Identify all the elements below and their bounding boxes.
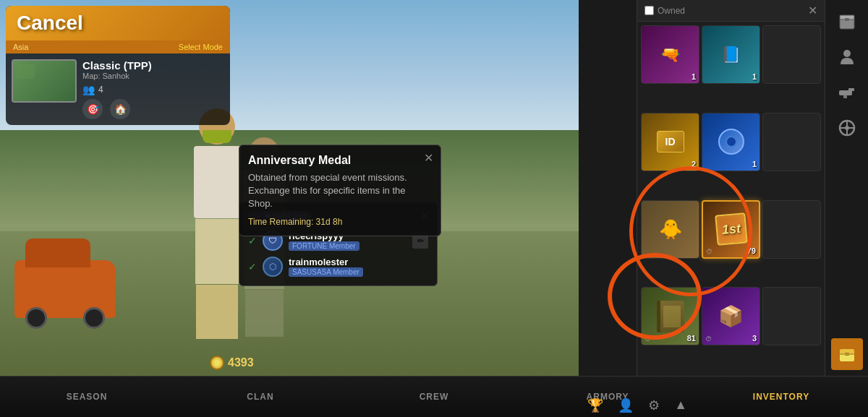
main-character (188, 108, 246, 340)
svg-point-13 (845, 126, 849, 130)
char-torso (194, 146, 241, 218)
owned-checkbox[interactable] (644, 6, 654, 15)
nav-item-inventory[interactable]: INVENTORY (694, 377, 868, 417)
cancel-subheader: Asia Select Mode (6, 40, 230, 53)
1st-text: 1st (721, 220, 741, 237)
inventory-item-blue-chip[interactable]: 1 (702, 113, 760, 171)
char-lower (195, 219, 239, 284)
notebook-count: 81 (687, 334, 696, 343)
svg-point-8 (843, 50, 851, 57)
medal-count: 79 (747, 246, 756, 255)
time-value: 31d 8h (316, 217, 343, 227)
purple-gun-icon: 🔫 (660, 46, 680, 64)
player2-badge: SASUSASA Member (289, 267, 363, 277)
char-legs (196, 285, 238, 339)
player-count: 4 (98, 85, 103, 95)
char-mask (203, 130, 231, 143)
owned-filter[interactable]: Owned (644, 6, 685, 16)
inventory-grid: 🔫 1 📘 1 ID 2 1 🐥 1st (637, 22, 825, 376)
blue-chip-count: 1 (752, 160, 757, 168)
nav-clan-label: CLAN (247, 392, 273, 402)
target-icon-btn[interactable]: 🎯 (82, 99, 103, 119)
select-mode-label[interactable]: Select Mode (179, 43, 223, 51)
tooltip-description: Obtained from special event missions. Ex… (248, 171, 432, 211)
nav-item-crew[interactable]: CREW (347, 377, 521, 417)
purple-gun-count: 1 (692, 72, 696, 81)
tooltip-close-button[interactable]: ✕ (424, 151, 433, 165)
nav-trophy-icon[interactable]: 🏆 (587, 397, 603, 413)
inventory-item-empty-2[interactable] (762, 113, 821, 171)
player2-row: ✓ ⬡ trainmolester SASUSASA Member (248, 254, 428, 280)
gold-id-count: 2 (692, 160, 696, 168)
tooltip-time-remaining: Time Remaining: 31d 8h (248, 217, 432, 227)
inventory-item-purple-crate[interactable]: 📦 ⏱ 3 (702, 287, 760, 345)
time-label: Time Remaining: (248, 217, 313, 227)
cancel-panel: Cancel Asia Select Mode Classic (TPP) Ma… (6, 6, 230, 125)
inventory-item-empty-1[interactable] (762, 25, 821, 84)
right-sidebar (825, 0, 868, 376)
svg-rect-9 (839, 90, 852, 95)
nav-season-label: SEASON (67, 392, 108, 402)
inventory-item-1st-medal[interactable]: 1st ⏱ 79 (702, 200, 760, 259)
sidebar-icon-gun[interactable] (831, 77, 863, 108)
player2-name: trainmolester (289, 257, 363, 267)
coin-icon (210, 356, 224, 370)
sidebar-icon-chest[interactable] (831, 338, 863, 370)
map-info: Classic (TPP) Map: Sanhok 👥 4 🎯 🏠 (82, 59, 224, 119)
inventory-item-empty-3[interactable] (762, 200, 821, 259)
teal-book-count: 1 (752, 72, 757, 81)
inventory-item-teal-book[interactable]: 📘 1 (702, 25, 760, 84)
players-icon: 👥 (82, 84, 95, 95)
player1-check: ✓ (248, 235, 257, 246)
item-tooltip: ✕ Anniversary Medal Obtained from specia… (239, 145, 441, 236)
owned-label: Owned (658, 6, 685, 16)
sidebar-icon-wheel[interactable] (831, 112, 863, 144)
map-thumbnail[interactable] (12, 59, 77, 103)
inventory-item-chick[interactable]: 🐥 (641, 200, 699, 259)
map-players: 👥 4 (82, 84, 224, 95)
player2-avatar-icon: ⬡ (269, 262, 276, 272)
bottom-navigation: SEASON CLAN CREW ARMORY INVENTORY 🏆 👤 ⚙ … (0, 376, 868, 417)
sidebar-icon-box1[interactable] (831, 6, 863, 38)
1st-medal-icon: 1st (715, 212, 748, 246)
map-action-icons: 🎯 🏠 (82, 99, 224, 119)
notebook-timer: ⏱ (644, 335, 651, 343)
map-mode-label: Classic (TPP) (82, 59, 224, 72)
nav-right-icons: 🏆 👤 ⚙ ▲ (587, 397, 687, 413)
inventory-item-empty-4[interactable] (762, 287, 821, 345)
inventory-header: Owned ✕ (637, 0, 825, 22)
map-name-label: Map: Sanhok (82, 72, 224, 80)
player2-avatar: ⬡ (263, 257, 283, 277)
notebook-icon (657, 301, 684, 332)
id-card-icon: ID (657, 131, 684, 152)
car-wheel-front (25, 307, 47, 329)
inventory-item-gold-id[interactable]: ID 2 (641, 113, 699, 171)
nav-inventory-label: INVENTORY (753, 392, 809, 402)
coins-amount: 4393 (228, 356, 254, 369)
char2-legs (245, 290, 284, 337)
player2-info: trainmolester SASUSASA Member (289, 257, 363, 277)
nav-person-icon[interactable]: 👤 (618, 397, 634, 413)
nav-settings-icon[interactable]: ⚙ (648, 397, 660, 413)
crate-count: 3 (752, 334, 757, 343)
svg-rect-7 (845, 18, 849, 21)
player1-badge: FORTUNE Member (289, 241, 359, 251)
cancel-label[interactable]: Cancel (17, 12, 83, 34)
sidebar-icon-person[interactable] (831, 41, 863, 73)
nav-item-season[interactable]: SEASON (0, 377, 174, 417)
nav-arrow-icon[interactable]: ▲ (674, 397, 687, 413)
crate-timer: ⏱ (705, 335, 712, 343)
chick-icon: 🐥 (659, 218, 682, 241)
svg-rect-21 (840, 353, 854, 355)
teal-book-icon: 📘 (721, 46, 741, 64)
inventory-item-notebook[interactable]: ⏱ 81 (641, 287, 699, 345)
svg-rect-10 (848, 88, 854, 91)
inventory-close-button[interactable]: ✕ (808, 4, 817, 17)
medal-timer-icon: ⏱ (706, 248, 712, 255)
home-icon-btn[interactable]: 🏠 (110, 99, 130, 119)
svg-rect-11 (843, 95, 847, 98)
nav-item-clan[interactable]: CLAN (174, 377, 347, 417)
cancel-header: Cancel (6, 6, 230, 40)
blue-chip-icon (718, 129, 744, 155)
inventory-item-purple-gun[interactable]: 🔫 1 (641, 25, 699, 84)
